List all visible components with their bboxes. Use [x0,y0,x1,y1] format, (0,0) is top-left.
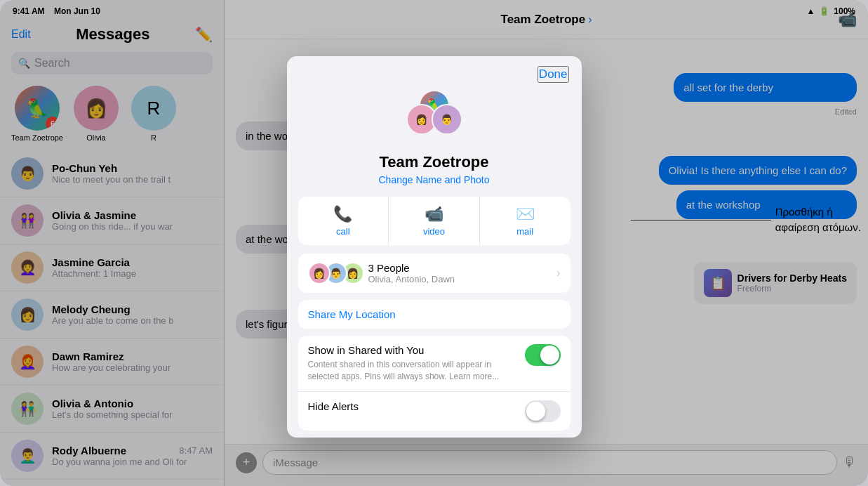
cluster-avatar-3: 👨 [432,104,462,135]
change-name-photo-link[interactable]: Change Name and Photo [379,174,490,185]
video-label: video [423,226,445,237]
show-in-shared-text: Show in Shared with You Content shared i… [308,344,518,383]
toggle-thumb-2 [526,402,545,421]
hide-alerts-row: Hide Alerts [298,392,570,431]
hide-alerts-label: Hide Alerts [308,400,518,412]
video-icon: 📹 [425,205,443,223]
people-row[interactable]: 👩 👨 👩 3 People Olivia, Antonio, Dawn › [298,254,570,293]
annotation-text: Προσθήκη ήαφαίρεση ατόμων. [775,204,861,236]
people-avatars: 👩 👨 👩 [308,262,359,284]
mail-label: mail [516,226,533,237]
mail-icon: ✉️ [516,205,535,223]
done-button[interactable]: Done [538,66,569,83]
show-in-shared-desc: Content shared in this conversation will… [308,359,518,383]
share-location-section: Share My Location [298,300,570,329]
hide-alerts-text: Hide Alerts [308,400,518,412]
modal-header: Done [287,56,582,83]
person-avatar-1: 👩 [308,262,330,284]
share-location-label: Share My Location [308,308,396,320]
show-in-shared-toggle[interactable] [525,344,561,366]
group-info-modal: Done 🦜 👩 👨 Team Zoetrope Change Name and… [287,56,582,438]
mail-button[interactable]: ✉️ mail [480,197,570,245]
people-info: 3 People Olivia, Antonio, Dawn [368,262,550,284]
people-section: 👩 👨 👩 3 People Olivia, Antonio, Dawn › [298,254,570,293]
ipad-frame: 9:41 AM Mon Jun 10 ▲ 🔋 100% Edit Message… [0,0,868,486]
people-names: Olivia, Antonio, Dawn [368,274,550,284]
shared-with-you-section: Show in Shared with You Content shared i… [298,336,570,431]
call-button[interactable]: 📞 call [298,197,389,245]
chevron-icon: › [556,267,560,280]
modal-group-info: 🦜 👩 👨 Team Zoetrope Change Name and Phot… [287,83,582,197]
show-in-shared-row: Show in Shared with You Content shared i… [298,336,570,392]
toggle-thumb [540,346,559,364]
show-in-shared-label: Show in Shared with You [308,344,518,356]
annotation: Προσθήκη ήαφαίρεση ατόμων. [631,204,861,236]
share-location-row[interactable]: Share My Location [298,300,570,329]
modal-overlay: Done 🦜 👩 👨 Team Zoetrope Change Name and… [0,0,868,486]
group-avatar-cluster: 🦜 👩 👨 [406,90,462,146]
video-button[interactable]: 📹 video [389,197,480,245]
annotation-line [631,220,771,221]
group-name: Team Zoetrope [379,153,488,171]
people-count: 3 People [368,262,550,274]
call-icon: 📞 [333,205,352,223]
modal-actions: 📞 call 📹 video ✉️ mail [298,197,570,245]
call-label: call [336,226,350,237]
hide-alerts-toggle[interactable] [525,400,561,422]
